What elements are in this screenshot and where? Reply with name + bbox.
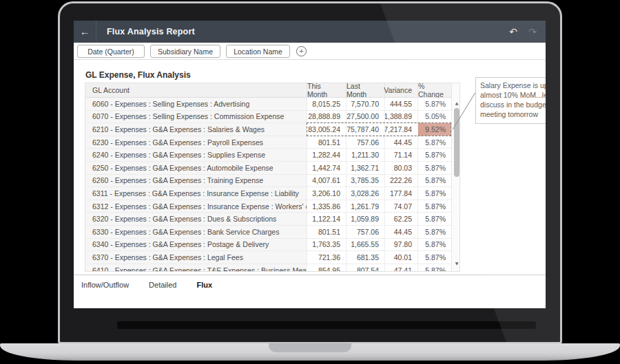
cell-variance[interactable]: 62.25 [384, 213, 417, 225]
cell-this-month[interactable]: 1,282.44 [307, 149, 346, 161]
cell-pct-change[interactable]: 5.87% [417, 239, 451, 251]
cell-this-month[interactable]: 28,888.89 [307, 111, 346, 123]
table-row[interactable]: 6340 - Expenses : G&A Expenses : Postage… [85, 239, 451, 252]
cell-last-month[interactable]: 807.54 [346, 264, 384, 271]
column-header-last-month[interactable]: Last Month [346, 83, 384, 97]
cell-this-month[interactable]: 1,335.86 [307, 200, 346, 213]
table-row[interactable]: 6330 - Expenses : G&A Expenses : Bank Se… [85, 226, 451, 239]
cell-gl-account[interactable]: 6070 - Expenses : Selling Expenses : Com… [85, 111, 307, 123]
cell-this-month[interactable]: 1,442.74 [307, 162, 346, 174]
cell-variance[interactable]: 444.55 [384, 98, 417, 110]
cell-this-month[interactable]: 1,763.35 [307, 239, 346, 251]
cell-variance[interactable]: 7,217.84 [384, 123, 417, 136]
column-header-gl-account[interactable]: GL Account [85, 83, 307, 97]
table-row[interactable]: 6230 - Expenses : G&A Expenses : Payroll… [85, 136, 451, 149]
tab-flux[interactable]: Flux [196, 281, 212, 289]
cell-last-month[interactable]: 3,028.26 [346, 187, 384, 200]
cell-gl-account[interactable]: 6370 - Expenses : G&A Expenses : Legal F… [85, 251, 307, 264]
table-row[interactable]: 6312 - Expenses : G&A Expenses : Insuran… [85, 200, 451, 213]
cell-gl-account[interactable]: 6312 - Expenses : G&A Expenses : Insuran… [85, 200, 307, 213]
table-row[interactable]: 6260 - Expenses : G&A Expenses : Trainin… [85, 175, 451, 188]
cell-pct-change[interactable]: 5.87% [417, 264, 451, 271]
cell-gl-account[interactable]: 6210 - Expenses : G&A Expenses : Salarie… [85, 123, 307, 136]
cell-last-month[interactable]: 3,785.35 [346, 175, 384, 187]
table-scrollbar[interactable]: ▲ ▼ [451, 83, 459, 271]
table-row[interactable]: 6370 - Expenses : G&A Expenses : Legal F… [85, 251, 451, 264]
table-row[interactable]: 6070 - Expenses : Selling Expenses : Com… [85, 111, 451, 124]
cell-this-month[interactable]: 801.51 [307, 226, 346, 238]
cell-pct-change[interactable]: 5.87% [417, 187, 451, 200]
table-row[interactable]: 6410 - Expenses : G&A Expenses : T&E Exp… [85, 264, 451, 271]
table-row[interactable]: 6210 - Expenses : G&A Expenses : Salarie… [85, 123, 451, 136]
cell-this-month[interactable]: 4,007.61 [307, 175, 346, 187]
back-button[interactable]: ← [74, 21, 96, 43]
cell-pct-change[interactable]: 5.87% [417, 162, 451, 174]
cell-pct-change[interactable]: 5.87% [417, 98, 451, 110]
cell-variance[interactable]: 97.80 [384, 239, 417, 251]
scrollbar-down-icon[interactable]: ▼ [452, 261, 460, 266]
cell-variance[interactable]: 74.07 [384, 200, 417, 213]
filter-chip-date-quarter[interactable]: Date (Quarter) [77, 45, 145, 58]
cell-variance[interactable]: 80.03 [384, 162, 417, 174]
cell-variance[interactable]: 40.01 [384, 251, 417, 264]
cell-variance[interactable]: 47.41 [384, 264, 417, 271]
cell-this-month[interactable]: 801.51 [307, 136, 346, 149]
table-row[interactable]: 6060 - Expenses : Selling Expenses : Adv… [85, 98, 451, 111]
cell-this-month[interactable]: 8,015.25 [307, 98, 346, 110]
cell-last-month[interactable]: 75,787.40 [346, 123, 384, 136]
column-header-this-month[interactable]: This Month [307, 83, 346, 97]
cell-this-month[interactable]: 1,122.14 [307, 213, 346, 225]
cell-pct-change[interactable]: 5.87% [417, 175, 451, 187]
cell-gl-account[interactable]: 6340 - Expenses : G&A Expenses : Postage… [85, 239, 307, 251]
cell-variance[interactable]: 44.45 [384, 136, 417, 149]
table-row[interactable]: 6240 - Expenses : G&A Expenses : Supplie… [85, 149, 451, 162]
cell-this-month[interactable]: 854.95 [307, 264, 346, 271]
cell-gl-account[interactable]: 6320 - Expenses : G&A Expenses : Dues & … [85, 213, 307, 225]
cell-variance[interactable]: 1,388.89 [384, 111, 417, 123]
cell-pct-change[interactable]: 5.87% [417, 213, 451, 225]
cell-pct-change[interactable]: 9.52% [417, 123, 451, 136]
cell-last-month[interactable]: 27,500.00 [346, 111, 384, 123]
filter-chip-location-name[interactable]: Location Name [226, 45, 290, 58]
cell-this-month[interactable]: 3,206.10 [307, 187, 346, 200]
cell-last-month[interactable]: 757.06 [346, 136, 384, 149]
cell-pct-change[interactable]: 5.87% [417, 200, 451, 213]
cell-last-month[interactable]: 681.35 [346, 251, 384, 264]
column-header-variance[interactable]: Variance [384, 83, 417, 97]
cell-last-month[interactable]: 1,059.89 [346, 213, 384, 225]
column-header-pct-change[interactable]: % Change [417, 83, 451, 97]
cell-last-month[interactable]: 1,362.71 [346, 162, 384, 174]
cell-gl-account[interactable]: 6060 - Expenses : Selling Expenses : Adv… [85, 98, 307, 110]
cell-gl-account[interactable]: 6410 - Expenses : G&A Expenses : T&E Exp… [85, 264, 307, 271]
cell-gl-account[interactable]: 6240 - Expenses : G&A Expenses : Supplie… [85, 149, 307, 161]
cell-gl-account[interactable]: 6311 - Expenses : G&A Expenses : Insuran… [85, 187, 307, 200]
cell-last-month[interactable]: 7,570.70 [346, 98, 384, 110]
cell-this-month[interactable]: 721.36 [307, 251, 346, 264]
cell-pct-change[interactable]: 5.05% [417, 111, 451, 123]
cell-gl-account[interactable]: 6230 - Expenses : G&A Expenses : Payroll… [85, 136, 307, 149]
cell-pct-change[interactable]: 5.87% [417, 136, 451, 149]
cell-gl-account[interactable]: 6330 - Expenses : G&A Expenses : Bank Se… [85, 226, 307, 238]
tab-inflow-outflow[interactable]: Inflow/Outflow [81, 281, 129, 289]
undo-icon[interactable]: ↶ [506, 21, 520, 43]
table-row[interactable]: 6311 - Expenses : G&A Expenses : Insuran… [85, 187, 451, 200]
cell-variance[interactable]: 222.26 [384, 175, 417, 187]
tab-detailed[interactable]: Detailed [149, 281, 176, 289]
table-row[interactable]: 6250 - Expenses : G&A Expenses : Automob… [85, 162, 451, 175]
cell-variance[interactable]: 71.14 [384, 149, 417, 161]
cell-last-month[interactable]: 757.06 [346, 226, 384, 238]
cell-last-month[interactable]: 1,261.79 [346, 200, 384, 213]
cell-variance[interactable]: 177.84 [384, 187, 417, 200]
cell-pct-change[interactable]: 5.87% [417, 149, 451, 161]
cell-last-month[interactable]: 1,211.30 [346, 149, 384, 161]
cell-last-month[interactable]: 1,665.55 [346, 239, 384, 251]
scrollbar-up-icon[interactable]: ▲ [452, 100, 460, 105]
cell-pct-change[interactable]: 5.87% [417, 251, 451, 264]
filter-chip-subsidiary-name[interactable]: Subsidiary Name [150, 45, 220, 58]
cell-gl-account[interactable]: 6250 - Expenses : G&A Expenses : Automob… [85, 162, 307, 174]
cell-gl-account[interactable]: 6260 - Expenses : G&A Expenses : Trainin… [85, 175, 307, 187]
table-row[interactable]: 6320 - Expenses : G&A Expenses : Dues & … [85, 213, 451, 226]
cell-pct-change[interactable]: 5.87% [417, 226, 451, 238]
add-filter-icon[interactable]: + [296, 46, 307, 56]
cell-variance[interactable]: 44.45 [384, 226, 417, 238]
